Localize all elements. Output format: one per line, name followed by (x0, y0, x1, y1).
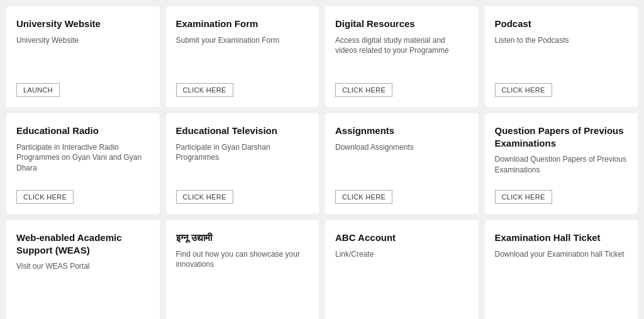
card-desc-educational-television: Participate in Gyan Darshan Programmes (176, 142, 309, 186)
card-title-educational-radio: Educational Radio (16, 125, 150, 137)
card-btn-assignments[interactable]: CLICK HERE (335, 190, 392, 204)
card-btn-educational-television[interactable]: CLICK HERE (176, 190, 233, 204)
card-title-assignments: Assignments (335, 125, 469, 137)
card-btn-educational-radio[interactable]: CLICK HERE (16, 190, 74, 204)
card-desc-examination-form: Submit your Examination Form (176, 35, 309, 79)
card-btn-examination-form[interactable]: CLICK HERE (176, 83, 233, 97)
card-educational-television: Educational TelevisionParticipate in Gya… (166, 113, 319, 214)
card-examination-form: Examination FormSubmit your Examination … (166, 6, 319, 107)
card-examination-hall-ticket: Examination Hall TicketDownload your Exa… (485, 220, 638, 319)
card-desc-podcast: Listen to the Podcasts (495, 35, 628, 79)
card-desc-educational-radio: Participate in Interactive Radio Program… (16, 142, 150, 186)
card-btn-digital-resources[interactable]: CLICK HERE (335, 83, 392, 97)
card-title-digital-resources: Digital Resources (335, 18, 469, 30)
card-desc-weas: Visit our WEAS Portal (16, 261, 150, 311)
card-desc-examination-hall-ticket: Download your Examination hall Ticket (495, 249, 628, 311)
card-desc-digital-resources: Access digital study material and videos… (335, 35, 469, 79)
card-abc-account: ABC AccountLink/Create (325, 220, 479, 319)
card-assignments: AssignmentsDownload AssignmentsCLICK HER… (325, 113, 479, 214)
card-title-question-papers: Question Papers of Previous Examinations (495, 125, 628, 149)
card-grid: University WebsiteUniversity WebsiteLAUN… (6, 6, 638, 319)
card-question-papers: Question Papers of Previous Examinations… (485, 113, 638, 214)
card-title-weas: Web-enabled Academic Support (WEAS) (16, 232, 150, 256)
card-btn-podcast[interactable]: CLICK HERE (495, 83, 552, 97)
card-ignou-udyami: इग्नू उद्यामीFind out how you can showca… (166, 220, 319, 319)
card-desc-abc-account: Link/Create (335, 249, 469, 311)
card-title-university-website: University Website (16, 18, 150, 30)
card-title-examination-hall-ticket: Examination Hall Ticket (495, 232, 628, 244)
card-btn-university-website[interactable]: LAUNCH (16, 83, 60, 97)
card-digital-resources: Digital ResourcesAccess digital study ma… (325, 6, 479, 107)
card-desc-question-papers: Download Question Papers of Previous Exa… (495, 154, 628, 185)
card-educational-radio: Educational RadioParticipate in Interact… (6, 113, 160, 214)
card-title-examination-form: Examination Form (176, 18, 309, 30)
card-weas: Web-enabled Academic Support (WEAS)Visit… (6, 220, 160, 319)
card-title-abc-account: ABC Account (335, 232, 469, 244)
card-title-educational-television: Educational Television (176, 125, 309, 137)
card-podcast: PodcastListen to the PodcastsCLICK HERE (485, 6, 638, 107)
card-btn-question-papers[interactable]: CLICK HERE (495, 190, 552, 204)
card-desc-university-website: University Website (16, 35, 150, 79)
card-desc-ignou-udyami: Find out how you can showcase your innov… (176, 249, 309, 311)
card-university-website: University WebsiteUniversity WebsiteLAUN… (6, 6, 160, 107)
card-desc-assignments: Download Assignments (335, 142, 469, 186)
card-title-ignou-udyami: इग्नू उद्यामी (176, 232, 309, 244)
card-title-podcast: Podcast (495, 18, 628, 30)
